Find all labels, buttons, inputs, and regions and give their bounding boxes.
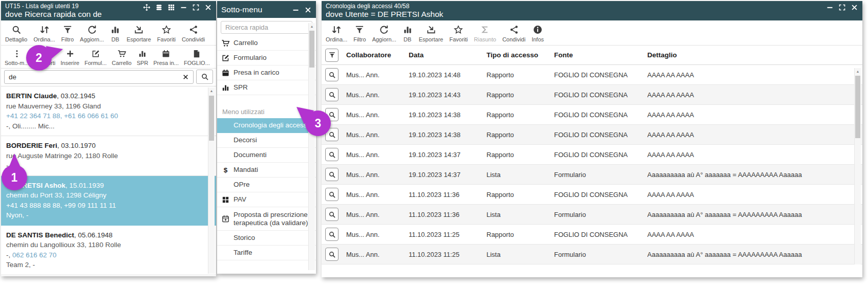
clear-search-button[interactable] bbox=[178, 71, 193, 83]
user-list-item[interactable]: DE SANTIS Benedict, 05.06.1948chemin du … bbox=[1, 226, 216, 275]
toolbar-button-filtro[interactable]: Filtro bbox=[58, 23, 77, 44]
grid-icon[interactable] bbox=[167, 4, 175, 11]
menu-item-pav[interactable]: PAV bbox=[217, 192, 316, 207]
scrollbar-thumb[interactable] bbox=[209, 96, 214, 141]
menu-item-presa-in-carico[interactable]: Presa in carico bbox=[217, 65, 316, 80]
sotto-menu-titlebar[interactable]: Sotto-menu bbox=[217, 1, 316, 18]
search-button[interactable] bbox=[196, 70, 213, 84]
toolbar-button-db[interactable]: DB bbox=[107, 23, 123, 44]
toolbar-button-condividi[interactable]: Condividi bbox=[499, 23, 528, 44]
table-row[interactable]: Mus... Ann.19.10.2023 14:48RapportoFOGLI… bbox=[322, 65, 862, 85]
table-scrollbar[interactable]: ▲ bbox=[854, 68, 861, 264]
column-header-fonte[interactable]: Fonte bbox=[554, 51, 647, 59]
user-list-item[interactable]: BERTIN Claude, 03.02.1945rue Mauverney 3… bbox=[1, 86, 216, 136]
close-icon[interactable] bbox=[204, 4, 212, 11]
cronologia-titlebar[interactable]: Cronologia degli accessi 40/58 dove Uten… bbox=[322, 1, 862, 20]
toolbar-button-foglio[interactable]: FOGLIO... bbox=[181, 48, 213, 67]
submenu-scrollbar[interactable]: ▲ bbox=[308, 23, 315, 270]
lista-title: UT15 - Lista degli utenti 19 bbox=[5, 3, 102, 10]
toolbar-button-riasunto[interactable]: Riasunto bbox=[471, 23, 499, 44]
toolbar-button-aggiorn[interactable]: Aggiorn... bbox=[77, 23, 107, 44]
menu-item-documenti[interactable]: Documenti bbox=[217, 148, 316, 163]
row-detail-button[interactable] bbox=[325, 208, 338, 221]
table-row[interactable]: Mus... Ann.11.10.2023 11:25ListaFormular… bbox=[322, 245, 862, 264]
toolbar-button-presa-in[interactable]: Presa in... bbox=[151, 48, 182, 67]
scrollbar-thumb[interactable] bbox=[855, 76, 860, 138]
layers-icon[interactable] bbox=[155, 4, 163, 11]
row-detail-button[interactable] bbox=[325, 188, 338, 201]
toolbar-button-infos[interactable]: Infos bbox=[528, 23, 547, 44]
toolbar-button-ordina[interactable]: Ordina... bbox=[323, 23, 350, 44]
scroll-up-icon[interactable]: ▲ bbox=[309, 23, 315, 30]
row-detail-button[interactable] bbox=[325, 228, 338, 241]
lista-subtitle: dove Ricerca rapida con de bbox=[5, 10, 102, 18]
column-header-tipo-di-accesso[interactable]: Tipo di accesso bbox=[486, 51, 554, 59]
toolbar-button-favoriti[interactable]: Favoriti bbox=[446, 23, 471, 44]
phone-link[interactable]: +41 22 364 71 88, +61 66 066 61 60 bbox=[6, 112, 118, 120]
cell-collaboratore: Mus... Ann. bbox=[346, 91, 409, 99]
table-row[interactable]: Mus... Ann.19.10.2023 14:37RapportoFOGLI… bbox=[322, 145, 862, 165]
minimize-icon[interactable] bbox=[180, 4, 187, 11]
phone-link[interactable]: +41 43 888 88 88, +99 09 111 11 11 bbox=[6, 202, 116, 209]
toolbar-button-dettaglio[interactable]: Dettaglio bbox=[2, 23, 30, 44]
table-row[interactable]: Mus... Ann.19.10.2023 14:37ListaFormular… bbox=[322, 165, 862, 185]
search-icon bbox=[328, 211, 336, 218]
table-row[interactable]: Mus... Ann.19.10.2023 14:43RapportoFOGLI… bbox=[322, 85, 862, 105]
table-row[interactable]: Mus... Ann.19.10.2023 14:38RapportoFOGLI… bbox=[322, 105, 862, 125]
toolbar-button-favoriti[interactable]: Favoriti bbox=[154, 23, 179, 44]
toolbar-button-label: Ordina... bbox=[326, 36, 347, 42]
row-detail-button[interactable] bbox=[325, 148, 338, 161]
column-header-data[interactable]: Data bbox=[409, 51, 486, 59]
menu-item-formulario[interactable]: Formulario bbox=[217, 51, 316, 65]
menu-item-carrello[interactable]: Carrello bbox=[217, 36, 316, 51]
toolbar-button-formul[interactable]: Formul... bbox=[82, 48, 109, 67]
toolbar-button-filtro[interactable]: Filtro bbox=[350, 23, 369, 44]
toolbar-button-spr[interactable]: SPR bbox=[134, 48, 151, 67]
lista-titlebar[interactable]: UT15 - Lista degli utenti 19 dove Ricerc… bbox=[1, 1, 216, 20]
table-row[interactable]: Mus... Ann.11.10.2023 11:36RapportoFOGLI… bbox=[322, 185, 862, 205]
scroll-up-icon[interactable]: ▲ bbox=[855, 68, 861, 75]
column-header-collaboratore[interactable]: Collaboratore bbox=[346, 51, 409, 59]
phone-link[interactable]: 062 616 62 70 bbox=[12, 251, 56, 259]
submenu-search-row bbox=[217, 18, 316, 36]
row-detail-button[interactable] bbox=[325, 88, 338, 101]
menu-item-storico[interactable]: Storico bbox=[217, 231, 316, 246]
maximize-icon[interactable] bbox=[192, 4, 200, 11]
user-list-scrollbar[interactable]: ▲ bbox=[208, 87, 215, 274]
minimize-icon[interactable] bbox=[826, 4, 834, 11]
toolbar-button-carrello[interactable]: Carrello bbox=[109, 48, 134, 67]
toolbar-button-db[interactable]: DB bbox=[399, 23, 416, 44]
row-detail-button[interactable] bbox=[325, 68, 338, 81]
minimize-icon[interactable] bbox=[292, 6, 300, 14]
menu-item-tariffe[interactable]: Tariffe bbox=[217, 246, 316, 260]
table-row[interactable]: Mus... Ann.19.10.2023 14:38RapportoFOGLI… bbox=[322, 125, 862, 145]
menu-item-opre[interactable]: OPre bbox=[217, 178, 316, 192]
scroll-up-icon[interactable]: ▲ bbox=[208, 87, 215, 94]
row-detail-button[interactable] bbox=[325, 168, 338, 181]
user-list-item[interactable]: DE PRETSI Ashok, 15.01.1939chemin du Por… bbox=[1, 176, 216, 226]
row-detail-button[interactable] bbox=[325, 248, 338, 261]
toolbar-button-condividi[interactable]: Condividi bbox=[179, 23, 208, 44]
quick-search-input[interactable] bbox=[5, 73, 178, 81]
panel-cronologia: Cronologia degli accessi 40/58 dove Uten… bbox=[322, 1, 862, 277]
close-icon[interactable] bbox=[304, 6, 312, 14]
toolbar-button-ordina[interactable]: Ordina... bbox=[30, 23, 58, 44]
close-icon[interactable] bbox=[851, 4, 858, 11]
menu-item-label: Documenti bbox=[234, 151, 267, 159]
submenu-search-input[interactable] bbox=[221, 21, 312, 34]
column-header-dettaglio[interactable]: Dettaglio bbox=[647, 51, 862, 59]
menu-item-spr[interactable]: SPR bbox=[217, 80, 316, 95]
cell-data: 19.10.2023 14:43 bbox=[409, 91, 486, 99]
table-row[interactable]: Mus... Ann.11.10.2023 11:25RapportoFOGLI… bbox=[322, 225, 862, 245]
user-list-item[interactable]: BORDERIE Feri, 03.10.1970rue Auguste Mat… bbox=[1, 136, 216, 176]
table-filter-button[interactable] bbox=[325, 49, 338, 62]
scrollbar-thumb[interactable] bbox=[309, 31, 314, 68]
menu-item-proposta-di-prescrizione-terapeutica-da-validare[interactable]: Proposta di prescrizione terapeutica (da… bbox=[217, 207, 316, 231]
toolbar-button-esportare[interactable]: Esportare bbox=[416, 23, 447, 44]
menu-item-mandati[interactable]: $Mandati bbox=[217, 163, 316, 178]
move-icon[interactable] bbox=[143, 4, 151, 11]
toolbar-button-aggiorn[interactable]: Aggiorn... bbox=[369, 23, 399, 44]
toolbar-button-esportare[interactable]: Esportare bbox=[123, 23, 154, 44]
table-row[interactable]: Mus... Ann.11.10.2023 11:36ListaFormular… bbox=[322, 205, 862, 225]
maximize-icon[interactable] bbox=[838, 4, 846, 11]
